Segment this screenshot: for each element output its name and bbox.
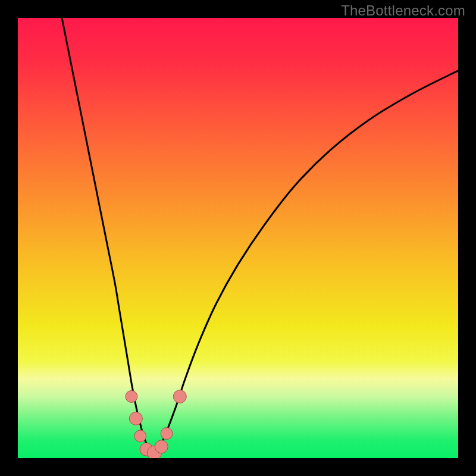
- chart-plot-area: [18, 18, 458, 458]
- chart-frame: TheBottleneck.com: [0, 0, 476, 476]
- chart-gradient-bg: [18, 18, 458, 458]
- chart-svg: [18, 18, 458, 458]
- data-marker: [134, 430, 146, 442]
- data-marker: [129, 412, 142, 425]
- data-marker: [126, 390, 137, 402]
- data-marker: [173, 390, 186, 403]
- data-marker: [161, 428, 173, 440]
- watermark-label: TheBottleneck.com: [341, 2, 465, 19]
- data-marker: [155, 440, 168, 453]
